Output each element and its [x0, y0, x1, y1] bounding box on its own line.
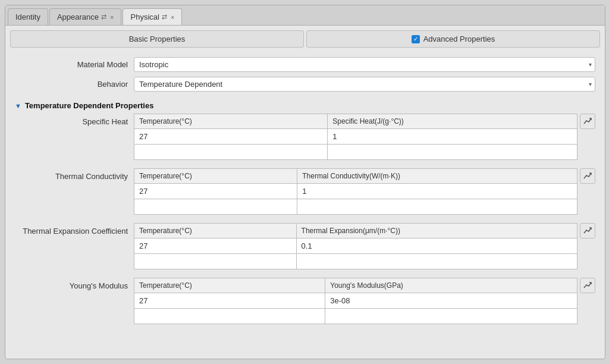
table-row-empty: [134, 309, 577, 324]
behavior-select[interactable]: Temperature Dependent: [134, 77, 595, 92]
table-row: 27 0.1: [134, 239, 577, 254]
row2-col2-youngs-modulus: [325, 309, 577, 324]
tab-appearance-label: Appearance: [57, 12, 99, 21]
prop-table-youngs-modulus: Temperature(°C) Young's Modulus(GPa) 27 …: [134, 278, 577, 324]
col2-header-thermal-expansion: Thermal Expansion(μm/(m·°C)): [296, 224, 577, 239]
col1-header-youngs-modulus: Temperature(°C): [134, 278, 325, 293]
row1-col1-specific-heat: 27: [134, 129, 328, 145]
prop-label-specific-heat: Specific Heat: [15, 114, 134, 126]
prop-table-wrapper-thermal-conductivity: Temperature(°C) Thermal Conductivity(W/(…: [134, 168, 595, 215]
behavior-row: Behavior Temperature Dependent ▾: [15, 77, 595, 92]
row2-col1-thermal-expansion: [134, 254, 297, 269]
row1-col1-thermal-conductivity: 27: [134, 184, 297, 199]
chart-icon-specific-heat: [583, 117, 592, 126]
table-row-empty: [134, 145, 577, 160]
row2-col1-thermal-conductivity: [134, 199, 297, 215]
col1-header-specific-heat: Temperature(°C): [134, 114, 328, 129]
advanced-checkbox-icon: ✓: [412, 35, 420, 43]
col2-header-specific-heat: Specific Heat(J/(g·°C)): [328, 114, 577, 129]
tab-physical[interactable]: Physical ⇄ ×: [123, 8, 182, 25]
appearance-settings-icon: ⇄: [101, 13, 106, 21]
form-area: Material Model Isotropic ▾ Behavior: [5, 52, 605, 359]
basic-properties-label: Basic Properties: [129, 34, 186, 43]
chart-button-youngs-modulus[interactable]: [580, 278, 595, 293]
prop-table-wrapper-specific-heat: Temperature(°C) Specific Heat(J/(g·°C)) …: [134, 114, 595, 160]
col2-header-youngs-modulus: Young's Modulus(GPa): [325, 278, 577, 293]
prop-label-thermal-expansion: Thermal Expansion Coefficient: [15, 223, 134, 236]
table-row-empty: [134, 199, 577, 215]
row2-col2-specific-heat: [328, 145, 577, 160]
advanced-properties-label: Advanced Properties: [423, 34, 495, 43]
tab-identity-label: Identity: [15, 12, 40, 21]
prop-table-thermal-conductivity: Temperature(°C) Thermal Conductivity(W/(…: [134, 168, 577, 215]
table-row: 27 3e-08: [134, 293, 577, 309]
material-model-select[interactable]: Isotropic: [134, 57, 595, 72]
content-area: Basic Properties ✓ Advanced Properties M…: [5, 26, 605, 359]
app-window: Identity Appearance ⇄ × Physical ⇄ × Bas…: [5, 5, 605, 359]
tab-bar: Identity Appearance ⇄ × Physical ⇄ ×: [5, 5, 605, 26]
chart-button-thermal-expansion[interactable]: [580, 223, 595, 239]
advanced-properties-button[interactable]: ✓ Advanced Properties: [306, 30, 600, 48]
toolbar: Basic Properties ✓ Advanced Properties: [5, 26, 605, 52]
prop-table-wrapper-thermal-expansion: Temperature(°C) Thermal Expansion(μm/(m·…: [134, 223, 595, 269]
row2-col1-youngs-modulus: [134, 309, 325, 324]
row1-col1-youngs-modulus: 27: [134, 293, 325, 309]
row1-col1-thermal-expansion: 27: [134, 239, 297, 254]
section-header: ▼ Temperature Dependent Properties: [15, 96, 595, 114]
prop-label-youngs-modulus: Young's Modulus: [15, 278, 134, 290]
chart-icon-youngs-modulus: [583, 281, 592, 290]
chart-icon-thermal-expansion: [583, 226, 592, 236]
row2-col2-thermal-conductivity: [297, 199, 577, 215]
table-row-empty: [134, 254, 577, 269]
col2-header-thermal-conductivity: Thermal Conductivity(W/(m·K)): [297, 169, 577, 184]
material-model-label: Material Model: [15, 60, 134, 69]
property-section-thermal-conductivity: Thermal Conductivity Temperature(°C) The…: [15, 168, 595, 215]
behavior-control: Temperature Dependent ▾: [134, 77, 595, 92]
chart-button-thermal-conductivity[interactable]: [580, 168, 595, 184]
row2-col1-specific-heat: [134, 145, 328, 160]
property-section-specific-heat: Specific Heat Temperature(°C) Specific H…: [15, 114, 595, 160]
prop-label-thermal-conductivity: Thermal Conductivity: [15, 168, 134, 181]
appearance-close-icon[interactable]: ×: [110, 14, 114, 21]
physical-settings-icon: ⇄: [162, 13, 167, 21]
row1-col2-youngs-modulus: 3e-08: [325, 293, 577, 309]
section-title: Temperature Dependent Properties: [25, 101, 153, 110]
row1-col2-thermal-expansion: 0.1: [296, 239, 577, 254]
property-section-thermal-expansion: Thermal Expansion Coefficient Temperatur…: [15, 223, 595, 269]
table-row: 27 1: [134, 129, 577, 145]
chart-icon-thermal-conductivity: [583, 171, 592, 181]
prop-table-wrapper-youngs-modulus: Temperature(°C) Young's Modulus(GPa) 27 …: [134, 278, 595, 324]
tab-identity[interactable]: Identity: [8, 8, 48, 25]
tab-physical-label: Physical: [130, 12, 159, 21]
material-model-control: Isotropic ▾: [134, 57, 595, 72]
material-model-row: Material Model Isotropic ▾: [15, 57, 595, 72]
col1-header-thermal-conductivity: Temperature(°C): [134, 169, 297, 184]
table-row: 27 1: [134, 184, 577, 199]
row1-col2-specific-heat: 1: [328, 129, 577, 145]
prop-table-thermal-expansion: Temperature(°C) Thermal Expansion(μm/(m·…: [134, 223, 577, 269]
physical-close-icon[interactable]: ×: [171, 14, 174, 21]
tab-appearance[interactable]: Appearance ⇄ ×: [49, 8, 122, 25]
properties-container: Specific Heat Temperature(°C) Specific H…: [15, 114, 595, 324]
row1-col2-thermal-conductivity: 1: [297, 184, 577, 199]
row2-col2-thermal-expansion: [296, 254, 577, 269]
prop-table-specific-heat: Temperature(°C) Specific Heat(J/(g·°C)) …: [134, 114, 577, 160]
chart-button-specific-heat[interactable]: [580, 114, 595, 129]
basic-properties-button[interactable]: Basic Properties: [10, 30, 304, 48]
col1-header-thermal-expansion: Temperature(°C): [134, 224, 297, 239]
property-section-youngs-modulus: Young's Modulus Temperature(°C) Young's …: [15, 278, 595, 324]
behavior-label: Behavior: [15, 80, 134, 89]
section-collapse-icon[interactable]: ▼: [15, 102, 21, 109]
